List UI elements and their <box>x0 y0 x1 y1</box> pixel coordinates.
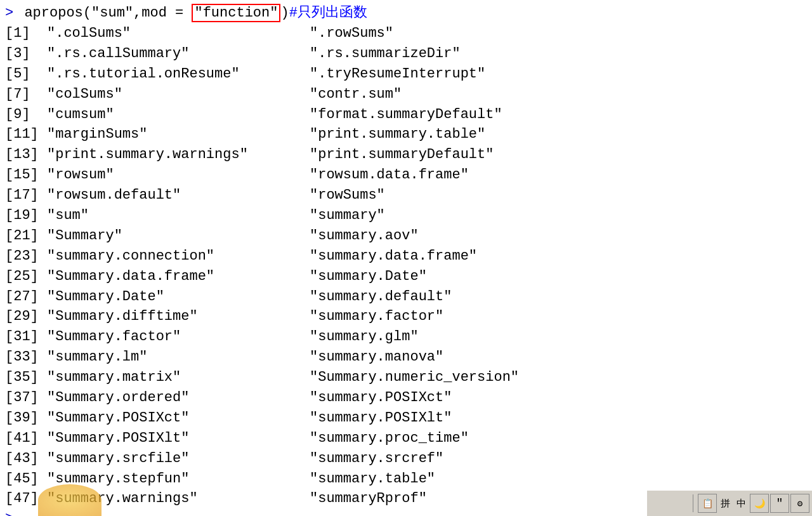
output-left: [31] "Summary.factor" <box>5 327 310 347</box>
quote-icon[interactable]: " <box>770 494 789 513</box>
output-left: [27] "Summary.Date" <box>5 287 310 307</box>
separator <box>693 494 695 512</box>
output-left: [19] "sum" <box>5 206 310 226</box>
pinyin-label[interactable]: 拼 <box>718 496 733 511</box>
output-right: ".tryResumeInterrupt" <box>310 64 741 84</box>
command-text: apropos("sum",mod = <box>16 5 192 21</box>
output-left: [11] "marginSums" <box>5 124 310 145</box>
output-left: [1] ".colSums" <box>5 23 310 44</box>
output-left: [43] "summary.srcfile" <box>5 449 310 469</box>
terminal: > apropos("sum",mod = "function")#只列出函数 … <box>0 0 812 516</box>
output-right: "print.summaryDefault" <box>310 145 741 165</box>
output-right: "summary.table" <box>310 469 741 489</box>
output-right: "summary.proc_time" <box>310 428 741 449</box>
output-right: "format.summaryDefault" <box>310 105 741 125</box>
output-left: [17] "rowsum.default" <box>5 185 310 206</box>
output-left: [35] "summary.matrix" <box>5 367 310 388</box>
output-left: [25] "Summary.data.frame" <box>5 267 310 287</box>
command-close: ) <box>280 5 289 21</box>
output-right: "summary.POSIXlt" <box>310 408 741 428</box>
output-right: "summary.factor" <box>310 307 741 327</box>
output-right: "summary.aov" <box>310 226 741 246</box>
output-right: "summary.default" <box>310 287 741 307</box>
output-left: [13] "print.summary.warnings" <box>5 145 310 165</box>
taskbar: 📋 拼 中 🌙 " ⚙ <box>647 491 812 516</box>
output-left: [9] "cumsum" <box>5 105 310 125</box>
output-left: [15] "rowsum" <box>5 165 310 185</box>
output-right: "rowsum.data.frame" <box>310 165 741 185</box>
chinese-label[interactable]: 中 <box>734 496 749 511</box>
output-right: "summary" <box>310 206 741 226</box>
output-right: ".rowSums" <box>310 23 741 44</box>
output-left: [39] "Summary.POSIXct" <box>5 408 310 428</box>
output-right: "summary.POSIXct" <box>310 388 741 408</box>
output-left: [29] "Summary.difftime" <box>5 307 310 327</box>
output-right: ".rs.summarizeDir" <box>310 44 741 64</box>
output-right: "summary.glm" <box>310 327 741 347</box>
output-left: [5] ".rs.tutorial.onResume" <box>5 64 310 84</box>
output-right: "print.summary.table" <box>310 124 741 145</box>
output-grid: [1] ".colSums"".rowSums"[3] ".rs.callSum… <box>5 23 807 509</box>
output-right: "summary.Date" <box>310 267 741 287</box>
output-right: "summary.srcref" <box>310 449 741 469</box>
calendar-icon[interactable]: 📋 <box>698 494 717 513</box>
decoration-circle <box>38 484 102 516</box>
output-left: [3] ".rs.callSummary" <box>5 44 310 64</box>
output-right: "rowSums" <box>310 185 741 206</box>
gear-icon[interactable]: ⚙ <box>790 494 809 513</box>
output-right: "summary.manova" <box>310 347 741 367</box>
output-left: [21] "Summary" <box>5 226 310 246</box>
output-left: [41] "Summary.POSIXlt" <box>5 428 310 449</box>
output-left: [37] "Summary.ordered" <box>5 388 310 408</box>
comment: #只列出函数 <box>289 3 367 22</box>
output-left: [23] "summary.connection" <box>5 246 310 267</box>
output-left: [45] "summary.stepfun" <box>5 469 310 489</box>
output-left: [33] "summary.lm" <box>5 347 310 367</box>
output-right: "summary.data.frame" <box>310 246 741 267</box>
output-left: [7] "colSums" <box>5 84 310 105</box>
command-line: > apropos("sum",mod = "function")#只列出函数 <box>5 3 807 22</box>
output-right: "Summary.numeric_version" <box>310 367 741 388</box>
moon-icon[interactable]: 🌙 <box>750 494 769 513</box>
prompt: > <box>5 5 13 21</box>
function-keyword: "function" <box>192 4 280 22</box>
output-right: "contr.sum" <box>310 84 741 105</box>
